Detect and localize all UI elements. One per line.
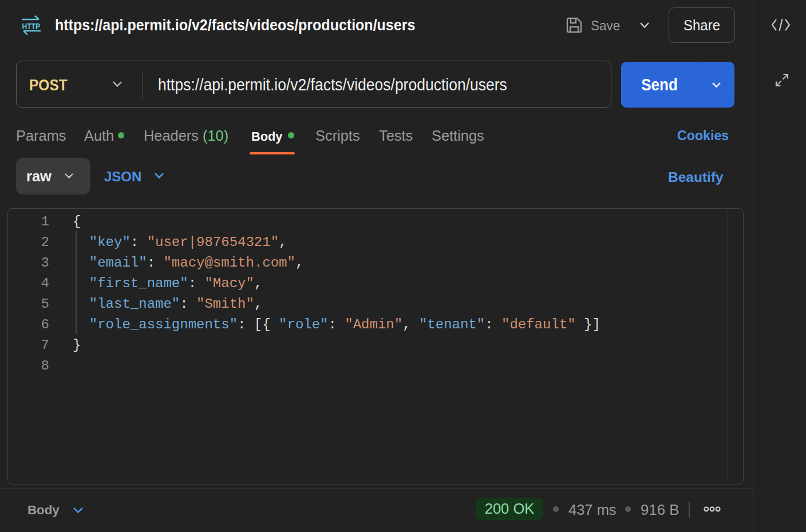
svg-text:HTTP: HTTP [22,21,41,30]
